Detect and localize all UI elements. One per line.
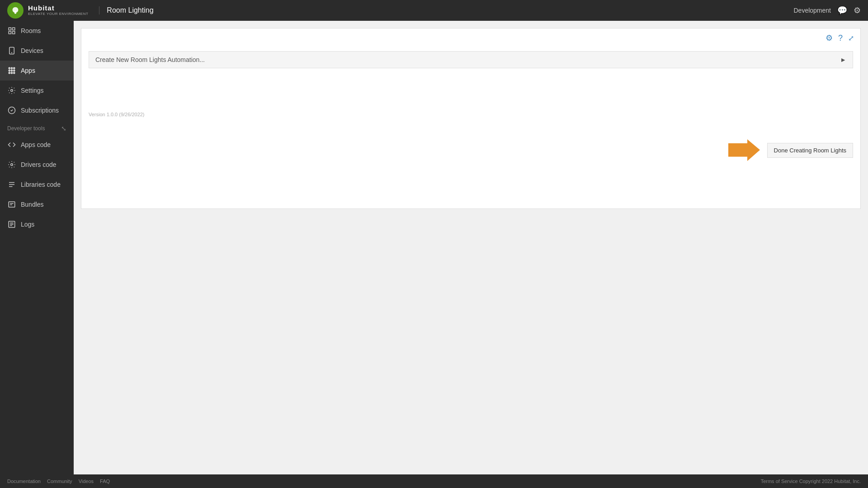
done-btn-area: Done Creating Room Lights bbox=[81, 132, 860, 169]
apps-code-icon bbox=[7, 140, 16, 149]
footer-link-community[interactable]: Community bbox=[47, 479, 72, 484]
sidebar-item-apps-code[interactable]: Apps code bbox=[0, 135, 74, 155]
svg-rect-3 bbox=[13, 28, 15, 30]
sidebar-item-logs[interactable]: Logs bbox=[0, 214, 74, 234]
svg-point-16 bbox=[14, 72, 15, 74]
sidebar-apps-code-label: Apps code bbox=[21, 141, 51, 148]
svg-point-14 bbox=[9, 72, 10, 74]
sidebar-rooms-label: Rooms bbox=[21, 27, 41, 34]
sidebar-item-bundles[interactable]: Bundles bbox=[0, 194, 74, 214]
done-creating-button[interactable]: Done Creating Room Lights bbox=[767, 143, 853, 158]
sidebar-subscriptions-label: Subscriptions bbox=[21, 107, 59, 114]
page-footer: Documentation Community Videos FAQ Terms… bbox=[0, 474, 868, 488]
footer-link-videos[interactable]: Videos bbox=[79, 479, 94, 484]
logs-icon bbox=[7, 220, 16, 229]
panel-help-icon[interactable]: ? bbox=[838, 33, 843, 43]
panel-toolbar: ⚙ ? ⤢ bbox=[826, 33, 854, 43]
footer-link-documentation[interactable]: Documentation bbox=[7, 479, 41, 484]
panel-settings-icon[interactable]: ⚙ bbox=[826, 33, 833, 43]
svg-point-15 bbox=[11, 72, 13, 74]
collapse-icon[interactable]: ⤡ bbox=[61, 125, 66, 132]
bundles-icon bbox=[7, 200, 16, 209]
sidebar-bundles-label: Bundles bbox=[21, 201, 44, 208]
svg-rect-2 bbox=[9, 28, 11, 30]
settings-icon bbox=[7, 86, 16, 95]
footer-link-faq[interactable]: FAQ bbox=[100, 479, 110, 484]
svg-marker-30 bbox=[728, 139, 760, 161]
svg-rect-1 bbox=[14, 11, 16, 14]
footer-links: Documentation Community Videos FAQ bbox=[7, 479, 110, 484]
sidebar-item-libraries-code[interactable]: Libraries code bbox=[0, 175, 74, 194]
main-layout: Rooms Devices Apps bbox=[0, 21, 868, 474]
env-label: Development bbox=[794, 7, 831, 14]
svg-point-11 bbox=[9, 70, 10, 71]
sidebar-item-subscriptions[interactable]: Subscriptions bbox=[0, 100, 74, 120]
subscriptions-icon bbox=[7, 106, 16, 115]
drivers-code-icon bbox=[7, 160, 16, 169]
svg-rect-4 bbox=[9, 32, 11, 34]
top-header: Hubitat Elevate Your Environment Room Li… bbox=[0, 0, 868, 21]
svg-point-9 bbox=[11, 67, 13, 69]
svg-point-13 bbox=[14, 70, 15, 71]
sidebar-item-settings[interactable]: Settings bbox=[0, 81, 74, 100]
svg-rect-5 bbox=[13, 32, 15, 34]
svg-point-19 bbox=[11, 164, 13, 166]
footer-copyright: Terms of Service Copyright 2022 Hubitat,… bbox=[761, 479, 861, 484]
sidebar-item-apps[interactable]: Apps bbox=[0, 61, 74, 81]
orange-arrow-icon bbox=[728, 139, 760, 161]
svg-point-12 bbox=[11, 70, 13, 71]
settings-gear-icon[interactable]: ⚙ bbox=[854, 5, 861, 15]
content-area: ⚙ ? ⤢ Create New Room Lights Automation.… bbox=[74, 21, 868, 474]
devices-icon bbox=[7, 46, 16, 55]
page-title: Room Lighting bbox=[99, 6, 153, 14]
content-panel: ⚙ ? ⤢ Create New Room Lights Automation.… bbox=[81, 28, 861, 209]
create-automation-text: Create New Room Lights Automation... bbox=[95, 56, 205, 63]
logo-area: Hubitat Elevate Your Environment bbox=[7, 2, 88, 19]
svg-point-10 bbox=[14, 67, 15, 69]
svg-point-8 bbox=[9, 67, 10, 69]
logo-text: Hubitat Elevate Your Environment bbox=[28, 5, 88, 16]
rooms-icon bbox=[7, 26, 16, 35]
panel-body: Create New Room Lights Automation... ► V… bbox=[81, 28, 860, 132]
apps-icon bbox=[7, 66, 16, 75]
sidebar-settings-label: Settings bbox=[21, 87, 44, 94]
version-text: Version 1.0.0 (9/26/2022) bbox=[89, 76, 853, 124]
sidebar-item-devices[interactable]: Devices bbox=[0, 41, 74, 61]
create-automation-bar[interactable]: Create New Room Lights Automation... ► bbox=[89, 51, 853, 68]
sidebar-logs-label: Logs bbox=[21, 221, 34, 228]
sidebar-drivers-code-label: Drivers code bbox=[21, 161, 57, 168]
svg-point-17 bbox=[11, 90, 13, 92]
header-right: Development 💬 ⚙ bbox=[794, 5, 861, 15]
panel-expand-icon[interactable]: ⤢ bbox=[848, 34, 854, 43]
libraries-code-icon bbox=[7, 180, 16, 189]
sidebar-libraries-code-label: Libraries code bbox=[21, 181, 61, 188]
create-automation-arrow-icon: ► bbox=[840, 56, 846, 63]
sidebar-apps-label: Apps bbox=[21, 67, 35, 74]
notification-icon[interactable]: 💬 bbox=[837, 5, 847, 15]
logo-icon bbox=[7, 2, 24, 19]
dev-tools-header: Developer tools ⤡ bbox=[0, 120, 74, 135]
dev-tools-label: Developer tools bbox=[7, 125, 45, 132]
sidebar-item-rooms[interactable]: Rooms bbox=[0, 21, 74, 41]
sidebar-item-drivers-code[interactable]: Drivers code bbox=[0, 155, 74, 175]
sidebar-devices-label: Devices bbox=[21, 47, 43, 54]
sidebar: Rooms Devices Apps bbox=[0, 21, 74, 474]
